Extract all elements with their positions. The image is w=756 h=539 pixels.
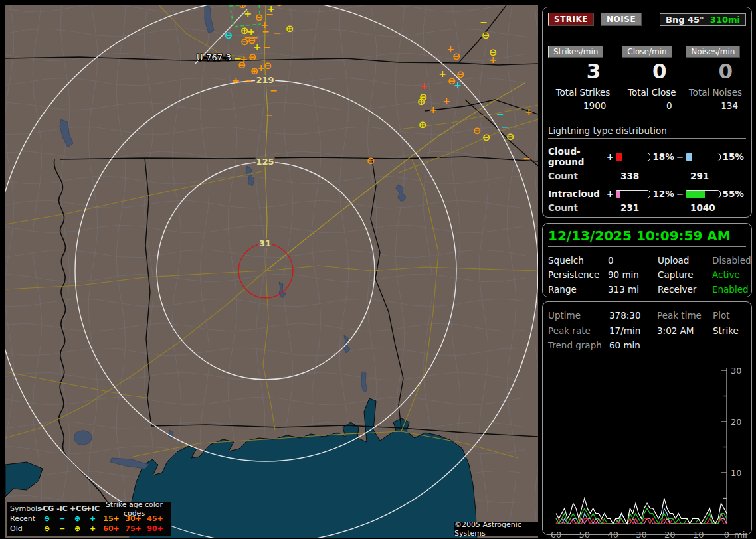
ic-pos-count: 231 [620,202,690,213]
copyright-text: ©2005 Astrogenic Systems [454,520,538,538]
svg-text:min: min [734,530,747,539]
uptime-value: 378:30 [609,310,657,321]
svg-text:⊖: ⊖ [367,155,375,167]
svg-text:+: + [489,54,497,65]
distribution-title: Lightning type distribution [548,125,746,139]
svg-text:+: + [438,68,446,79]
plot-label: Plot [713,310,746,321]
svg-text:10: 10 [693,530,704,539]
svg-text:⊕: ⊕ [417,96,426,108]
minus-sign: − [676,151,684,162]
svg-text:⊕: ⊕ [286,23,294,35]
count-label: Count [548,171,620,181]
ic-neg-count: 1040 [690,202,715,213]
map-canvas: 31125219 U-767-3 ⊕+⊖−+⊖⊖+−−⊕⊖⊕+−−⊖⊖+−⊖+−… [5,5,538,538]
copyright-bar: ©2005 Astrogenic Systems [454,522,538,536]
range-value: 313 mi [608,284,658,295]
svg-text:⊖: ⊖ [264,5,273,7]
svg-text:0: 0 [724,530,729,539]
noises-per-min-value: 0 [680,59,746,83]
strike-mode-button[interactable]: STRIKE [548,13,594,26]
svg-text:10: 10 [731,468,742,478]
peak-time-value: 3:02 AM [657,325,713,336]
svg-text:⊖: ⊖ [482,29,490,41]
ic-pos-bar [616,190,650,198]
capture-label: Capture [658,270,712,280]
svg-text:+: + [442,96,450,106]
svg-text:−: − [273,27,281,38]
svg-text:+: + [454,80,462,90]
svg-text:60: 60 [551,530,562,539]
upload-label: Upload [658,255,712,266]
status-grid: Squelch 0 Upload Disabled Persistence 90… [548,255,746,295]
strike-counter-panel: STRIKE NOISE Bng 45° 310mi Strikes/min 3… [542,7,752,218]
svg-text:+: + [232,75,240,86]
trend-chart: 1020306050403020100min [548,357,747,539]
minus-sign: − [676,189,684,199]
strikes-per-min-value: 3 [548,59,614,83]
legend-header-row: Symbols -CG -IC +CG +IC Strike age color… [10,504,168,514]
legend-row: Recent⊖−⊕+15+30+45+ [10,514,168,524]
cg-neg-count: 291 [690,171,709,181]
ic-neg-pct: 55% [723,189,746,199]
svg-text:30: 30 [731,366,742,376]
status-panel: 12/13/2025 10:09:59 AM Squelch 0 Upload … [542,223,752,297]
svg-text:125: 125 [256,157,274,167]
svg-text:⊖: ⊖ [452,50,461,62]
svg-text:−: − [262,26,270,37]
ic-neg-bar [686,190,720,198]
trend-graph-value: 60 min [609,340,657,350]
squelch-value: 0 [608,255,658,266]
cg-neg-bar [686,153,720,161]
uptime-grid: Uptime 378:30 Peak time Plot Peak rate 1… [548,310,746,336]
cloud-ground-count-row: Count 338 291 [548,171,746,181]
close-per-min-button[interactable]: Close/min [622,46,672,58]
squelch-label: Squelch [548,255,608,266]
receiver-status: Enabled [712,284,751,295]
intracloud-label: Intracloud [548,189,607,199]
close-counter-column: Close/min 0 Total Close 0 [614,44,680,111]
peak-rate-label: Peak rate [548,325,609,336]
svg-text:20: 20 [731,417,742,427]
cg-pos-count: 338 [620,171,690,181]
svg-text:−: − [501,121,509,132]
legend-symbols-title: Symbols [10,504,39,513]
trend-graph: 1020306050403020100min [548,357,746,539]
svg-text:+: + [429,104,437,115]
svg-text:U-767-3: U-767-3 [197,52,231,62]
cg-pos-bar [616,153,650,161]
svg-text:−: − [496,109,504,119]
svg-text:⊖: ⊖ [506,131,515,143]
svg-text:⊖: ⊖ [225,29,233,41]
strikes-per-min-button[interactable]: Strikes/min [548,46,603,58]
svg-text:+: + [420,80,428,91]
svg-text:⊖: ⊖ [248,51,257,63]
range-label: Range [548,284,608,295]
cloud-ground-row: Cloud-ground + 18% − 15% [548,146,746,167]
intracloud-row: Intracloud + 12% − 55% [548,189,746,199]
cg-neg-pct: 15% [723,151,746,162]
uptime-label: Uptime [548,310,609,321]
plot-value: Strike [713,325,746,336]
svg-text:−: − [244,75,252,86]
persistence-label: Persistence [548,270,608,280]
receiver-label: Receiver [658,284,712,295]
cloud-ground-label: Cloud-ground [548,146,607,167]
noises-per-min-button[interactable]: Noises/min [686,46,740,58]
cg-pos-pct: 18% [652,151,676,162]
legend-col-ic-neg: -IC [54,504,70,513]
plus-sign: + [607,189,614,199]
svg-text:⊖: ⊖ [473,125,482,137]
peak-rate-value: 17/min [609,325,657,336]
legend-col-ic-pos: +IC [85,504,100,513]
count-label: Count [548,202,620,213]
noises-counter-column: Noises/min 0 Total Noises 134 [680,44,746,111]
close-per-min-value: 0 [614,59,680,83]
noise-mode-button[interactable]: NOISE [601,13,642,26]
svg-text:−: − [263,42,271,52]
lightning-map[interactable]: 31125219 U-767-3 ⊕+⊖−+⊖⊖+−−⊕⊖⊕+−−⊖⊖+−⊖+−… [5,5,538,538]
trend-panel: Uptime 378:30 Peak time Plot Peak rate 1… [542,301,752,535]
svg-text:⊖: ⊖ [275,5,284,9]
trend-setting-row: Trend graph 60 min [548,340,746,350]
total-noises-value: 134 [680,100,746,111]
